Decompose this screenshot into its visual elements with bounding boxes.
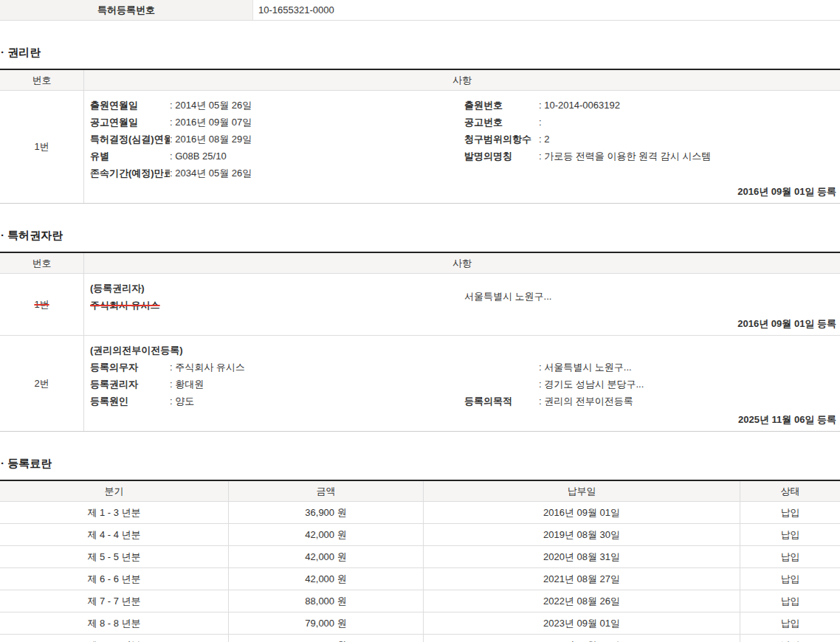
fees-section-title: · 등록료란 [1,457,840,471]
field-value: : 권리의 전부이전등록 [539,393,836,410]
holders-row-2: 2번 (권리의전부이전등록) 등록의무자 : 주식회사 유시스 : 서울특별시 … [0,335,840,431]
field-label: 등록원인 [90,393,170,410]
rights-table: 번호 사항 1번 출원연월일 : 2014년 05월 26일 출원번호 : 10… [0,69,840,204]
fees-col-amount: 금액 [229,481,424,501]
fee-status: 납입 [740,612,840,634]
fee-table-row: 제 4 - 4 년분 42,000 원 2019년 08월 30일 납입 [0,524,840,546]
fee-amount: 42,000 원 [229,568,424,590]
field-label: 유별 [90,148,170,165]
field-value: : [539,114,836,131]
patent-reg-number-label: 특허등록번호 [0,0,253,20]
rights-col-no: 번호 [0,70,84,90]
fees-col-payment-date: 납부일 [424,481,740,501]
fee-status: 납입 [740,635,840,642]
fee-table-row: 제 8 - 8 년분 79,000 원 2023년 09월 01일 납입 [0,612,840,635]
field-value: : 가로등 전력을 이용한 원격 감시 시스템 [539,148,836,165]
struck-row-number: 1번 [34,298,49,311]
transfer-heading: (권리의전부이전등록) [90,342,836,359]
field-label: 존속기간(예정)만료일 [90,165,170,182]
fee-payment-date: 2024년 11월 05일 [424,635,740,642]
field-value: : 2 [539,131,836,148]
fees-table-header: 분기 금액 납부일 상태 [0,481,840,502]
rights-row-number: 1번 [0,91,84,203]
field-value: : 10-2014-0063192 [539,97,836,114]
fee-amount: 86,110 원 [229,635,424,642]
holder-type-heading: (등록권리자) [90,280,464,297]
fee-amount: 79,000 원 [229,612,424,634]
field-value: : 2034년 05월 26일 [170,165,464,182]
holders-row1-left: (등록권리자) 주식회사 유시스 [90,280,464,314]
holders-row1-registration-date: 2016년 09월 01일 등록 [90,314,836,332]
patent-reg-number-value: 10-1655321-0000 [253,0,840,20]
rights-table-header: 번호 사항 [0,70,840,91]
field-value [539,165,836,182]
fee-status: 납입 [740,502,840,523]
field-label: 공고연월일 [90,114,170,131]
fees-col-status: 상태 [740,481,840,501]
field-value: : G08B 25/10 [170,148,464,165]
holders-row-1: 1번 (등록권리자) 주식회사 유시스 서울특별시 노원구... 2016년 0… [0,274,840,335]
rights-section-title: · 권리란 [1,46,840,60]
field-value: : 주식회사 유시스 [170,359,464,376]
holders-table: 번호 사항 1번 (등록권리자) 주식회사 유시스 서울특별시 노원구... 2… [0,252,840,432]
field-label: 등록의목적 [464,393,539,410]
fee-amount: 42,000 원 [229,524,424,545]
holders-row1-number: 1번 [0,274,84,335]
fee-payment-date: 2020년 08월 31일 [424,546,740,567]
field-label: 출원연월일 [90,97,170,114]
holders-row2-registration-date: 2025년 11월 06일 등록 [90,410,836,428]
field-label: 특허결정(심결)연월일 [90,131,170,148]
fee-payment-date: 2023년 09월 01일 [424,612,740,634]
fee-period: 제 9 - 9 년분 [0,635,229,642]
fee-table-row: 제 1 - 3 년분 36,900 원 2016년 09월 01일 납입 [0,502,840,524]
rights-row-1: 1번 출원연월일 : 2014년 05월 26일 출원번호 : 10-2014-… [0,91,840,203]
field-label: 출원번호 [464,97,539,114]
holders-table-header: 번호 사항 [0,253,840,274]
fee-status: 납입 [740,568,840,590]
field-label: 등록의무자 [90,359,170,376]
rights-fields: 출원연월일 : 2014년 05월 26일 출원번호 : 10-2014-006… [90,97,836,182]
field-label: 청구범위의항수 [464,131,539,148]
field-value: : 2016년 09월 07일 [170,114,464,131]
field-value: : 경기도 성남시 분당구... [539,376,836,393]
holders-row2-fields: (권리의전부이전등록) 등록의무자 : 주식회사 유시스 : 서울특별시 노원구… [90,342,836,410]
field-value: : 2014년 05월 26일 [170,97,464,114]
patent-reg-number-row: 특허등록번호 10-1655321-0000 [0,0,840,21]
field-value: : 2016년 08월 29일 [170,131,464,148]
fee-period: 제 8 - 8 년분 [0,612,229,634]
field-label: 발명의명칭 [464,148,539,165]
holder-address: 서울특별시 노원구... [464,280,836,314]
struck-holder-name: 주식회사 유시스 [90,300,160,311]
fee-payment-date: 2016년 09월 01일 [424,502,740,523]
holders-col-detail: 사항 [84,253,840,273]
field-label: 공고번호 [464,114,539,131]
holders-row1-content: (등록권리자) 주식회사 유시스 서울특별시 노원구... [90,280,836,314]
fee-table-row: 제 5 - 5 년분 42,000 원 2020년 08월 31일 납입 [0,546,840,568]
fee-status: 납입 [740,590,840,612]
holders-section-title: · 특허권자란 [1,229,840,243]
field-value: : 서울특별시 노원구... [539,359,836,376]
fee-payment-date: 2021년 08월 27일 [424,568,740,590]
fee-period: 제 5 - 5 년분 [0,546,229,567]
fee-table-row: 제 7 - 7 년분 88,000 원 2022년 08월 26일 납입 [0,590,840,612]
fee-payment-date: 2022년 08월 26일 [424,590,740,612]
fee-amount: 42,000 원 [229,546,424,567]
fee-amount: 88,000 원 [229,590,424,612]
fee-period: 제 6 - 6 년분 [0,568,229,590]
holder-name: 주식회사 유시스 [90,297,464,314]
holders-row2-number: 2번 [0,336,84,431]
fee-period: 제 1 - 3 년분 [0,502,229,523]
fee-table-row: 제 9 - 9 년분 86,110 원 2024년 11월 05일 납입 [0,635,840,642]
fees-col-period: 분기 [0,481,229,501]
fee-period: 제 7 - 7 년분 [0,590,229,612]
rights-col-detail: 사항 [84,70,840,90]
rights-registration-date: 2016년 09월 01일 등록 [90,182,836,200]
field-label [464,376,539,393]
field-value: : 황대원 [170,376,464,393]
fee-period: 제 4 - 4 년분 [0,524,229,545]
field-value: : 양도 [170,393,464,410]
fee-amount: 36,900 원 [229,502,424,523]
fees-table: 분기 금액 납부일 상태 제 1 - 3 년분 36,900 원 2016년 0… [0,480,840,642]
holders-col-no: 번호 [0,253,84,273]
fee-table-row: 제 6 - 6 년분 42,000 원 2021년 08월 27일 납입 [0,568,840,590]
